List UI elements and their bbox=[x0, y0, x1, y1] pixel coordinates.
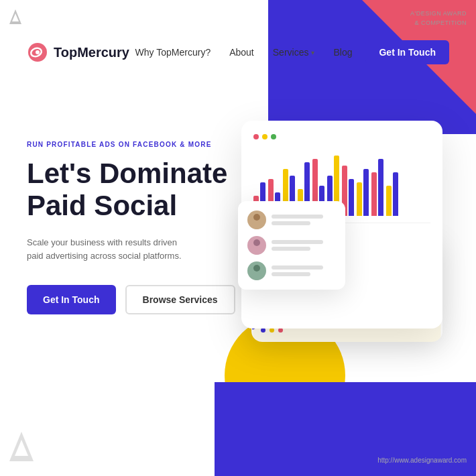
svg-point-8 bbox=[251, 272, 262, 280]
dot-green bbox=[271, 134, 276, 139]
person-icon-2 bbox=[247, 236, 266, 255]
bar-group-10 bbox=[386, 172, 398, 216]
person-row-3 bbox=[247, 261, 336, 280]
person-icon-3 bbox=[247, 261, 266, 280]
person-detail-line bbox=[272, 247, 310, 251]
bottom-dot-1 bbox=[261, 328, 265, 333]
adesign-logo-bottomleft bbox=[9, 432, 34, 464]
dot-yellow bbox=[262, 134, 267, 139]
logo-area: TopMercury bbox=[27, 42, 135, 63]
avatar-3 bbox=[247, 261, 266, 280]
person-lines-2 bbox=[272, 240, 336, 251]
navbar: TopMercury Why TopMercury? About Service… bbox=[0, 40, 476, 64]
person-row-1 bbox=[247, 211, 336, 229]
bar bbox=[371, 172, 377, 216]
bar bbox=[378, 159, 383, 216]
bar bbox=[349, 179, 354, 216]
get-in-touch-nav-button[interactable]: Get In Touch bbox=[365, 40, 449, 64]
dot-red bbox=[253, 134, 259, 139]
person-name-line bbox=[272, 240, 323, 244]
people-card bbox=[238, 201, 345, 290]
adesign-logo-topleft bbox=[9, 9, 21, 27]
bar bbox=[357, 182, 362, 216]
person-name-line bbox=[272, 215, 323, 219]
logo-text: TopMercury bbox=[54, 45, 129, 60]
nav-about[interactable]: About bbox=[229, 47, 254, 58]
bar bbox=[363, 169, 369, 216]
person-detail-line bbox=[272, 272, 310, 276]
svg-point-5 bbox=[253, 239, 260, 246]
bar bbox=[393, 172, 398, 216]
nav-links: Why TopMercury? About Services ▾ Blog bbox=[135, 47, 353, 58]
nav-blog[interactable]: Blog bbox=[333, 47, 352, 58]
logo-icon bbox=[27, 42, 48, 63]
person-detail-line bbox=[272, 221, 310, 225]
bar-group-9 bbox=[371, 159, 383, 216]
hero-content: RUN PROFITABLE ADS ON FACEBOOK & MORE Le… bbox=[27, 114, 238, 314]
chevron-down-icon: ▾ bbox=[311, 49, 314, 56]
svg-point-3 bbox=[253, 214, 260, 221]
avatar-1 bbox=[247, 211, 266, 229]
person-icon-1 bbox=[247, 211, 266, 229]
hero-title-line2: Paid Social bbox=[27, 190, 177, 221]
card-dots bbox=[253, 134, 430, 139]
adesign-badge: A'DESIGN AWARD & COMPETITION bbox=[410, 9, 467, 27]
hero-section: RUN PROFITABLE ADS ON FACEBOOK & MORE Le… bbox=[0, 80, 476, 476]
adesign-line2: & COMPETITION bbox=[414, 19, 467, 26]
hero-title-line1: Let's Dominate bbox=[27, 158, 227, 189]
person-lines-1 bbox=[272, 215, 336, 225]
bar-group-8 bbox=[357, 169, 369, 216]
nav-services[interactable]: Services ▾ bbox=[273, 47, 315, 58]
hero-illustration bbox=[238, 101, 449, 382]
adesign-url: http://www.adesignaward.com bbox=[377, 457, 467, 464]
svg-point-4 bbox=[251, 221, 262, 229]
svg-point-2 bbox=[36, 50, 40, 54]
browse-services-button[interactable]: Browse Services bbox=[125, 285, 235, 314]
nav-why[interactable]: Why TopMercury? bbox=[135, 47, 211, 58]
hero-subtitle: RUN PROFITABLE ADS ON FACEBOOK & MORE bbox=[27, 141, 238, 148]
hero-title: Let's Dominate Paid Social bbox=[27, 158, 238, 223]
adesign-line1: A'DESIGN AWARD bbox=[410, 10, 467, 17]
get-in-touch-hero-button[interactable]: Get In Touch bbox=[27, 285, 116, 314]
bottom-dots bbox=[261, 328, 283, 333]
svg-point-6 bbox=[251, 247, 262, 255]
person-name-line bbox=[272, 265, 323, 270]
svg-point-7 bbox=[253, 265, 260, 272]
hero-buttons: Get In Touch Browse Services bbox=[27, 285, 238, 314]
bottom-dot-2 bbox=[270, 328, 274, 333]
person-lines-3 bbox=[272, 265, 336, 276]
avatar-2 bbox=[247, 236, 266, 255]
hero-description: Scale your business with results driven … bbox=[27, 236, 188, 264]
bar bbox=[386, 186, 392, 216]
person-row-2 bbox=[247, 236, 336, 255]
nav-services-label: Services bbox=[273, 47, 309, 58]
bottom-dot-3 bbox=[278, 328, 283, 333]
